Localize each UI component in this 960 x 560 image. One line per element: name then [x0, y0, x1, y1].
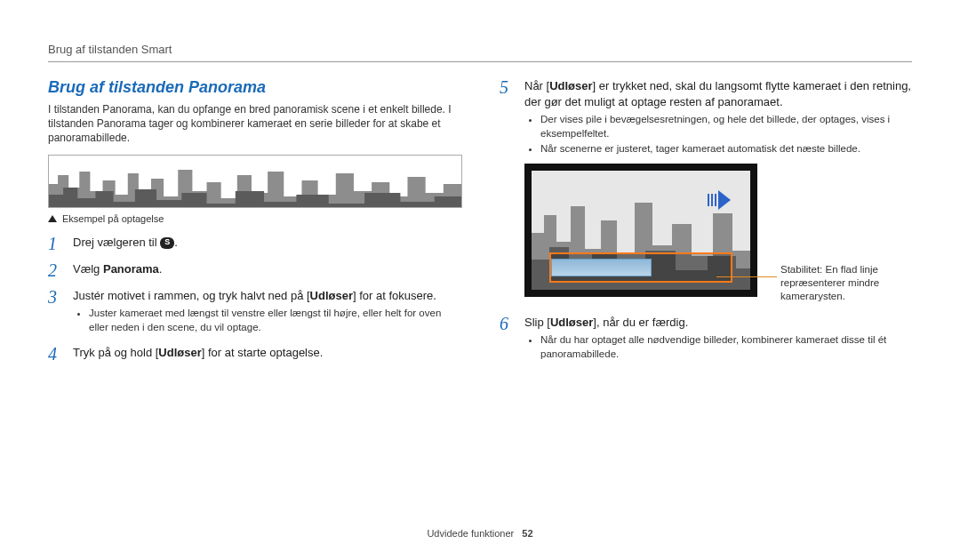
step-text: .: [159, 262, 163, 276]
step-text: Tryk på og hold [: [73, 346, 158, 359]
illustration-caption: Eksempel på optagelse: [48, 213, 460, 224]
caption-text: Eksempel på optagelse: [62, 213, 164, 224]
step-text: .: [174, 236, 178, 249]
steps-list-left: Drej vælgeren til S. Vælg Panorama. Just…: [48, 235, 460, 364]
left-column: Brug af tilstanden Panorama I tilstanden…: [48, 78, 460, 372]
running-header: Brug af tilstanden Smart: [48, 43, 912, 56]
right-column: Når [Udløser] er trykket ned, skal du la…: [500, 78, 912, 372]
steps-list-right: Når [Udløser] er trykket ned, skal du la…: [500, 78, 912, 363]
step-bold: Udløser: [158, 346, 201, 359]
callout-text: Stabilitet: En flad linje repræsenterer …: [780, 263, 923, 303]
page-number: 52: [522, 528, 532, 539]
intro-line: I tilstanden Panorama, kan du opfange en…: [48, 103, 445, 116]
sub-item: Når du har optaget alle nødvendige bille…: [540, 333, 912, 361]
step-6: Slip [Udløser], når du er færdig. Når du…: [500, 315, 912, 364]
screen-inner: [532, 171, 750, 290]
sub-item: Der vises pile i bevægelsesretningen, og…: [540, 113, 912, 140]
skyline-svg: [49, 156, 461, 207]
sub-item: Når scenerne er justeret, tager kameraet…: [540, 142, 912, 156]
panorama-example-image: [48, 155, 462, 208]
panorama-preview-fill: [551, 259, 652, 276]
step-text: Slip [: [524, 316, 550, 329]
step-bold: Udløser: [549, 79, 592, 92]
step-text: ] for at fokusere.: [353, 289, 436, 302]
page-footer: Udvidede funktioner 52: [0, 528, 960, 539]
intro-paragraph: I tilstanden Panorama, kan du opfange en…: [48, 102, 460, 146]
two-column-layout: Brug af tilstanden Panorama I tilstanden…: [48, 78, 912, 372]
panorama-preview-box: [549, 252, 732, 283]
step-1: Drej vælgeren til S.: [48, 235, 460, 252]
step-text: ] for at starte optagelse.: [202, 346, 324, 359]
step-bold: Udløser: [310, 289, 353, 302]
footer-section-label: Udvidede funktioner: [427, 528, 514, 539]
step-bold: Udløser: [550, 316, 593, 329]
step-sublist: Der vises pile i bevægelsesretningen, og…: [524, 113, 912, 156]
header-rule: [48, 61, 912, 62]
callout-leader-line: [716, 276, 777, 278]
step-4: Tryk på og hold [Udløser] for at starte …: [48, 345, 460, 363]
mode-dial-icon: S: [160, 237, 174, 249]
step-text: Drej vælgeren til: [73, 236, 160, 249]
manual-page: Brug af tilstanden Smart Brug af tilstan…: [0, 0, 960, 560]
step-text: Når [: [524, 79, 549, 92]
step-sublist: Når du har optaget alle nødvendige bille…: [524, 333, 912, 361]
step-3: Justér motivet i rammen, og tryk halvt n…: [48, 288, 460, 337]
direction-arrow-icon: [708, 188, 731, 212]
step-5: Når [Udløser] er trykket ned, skal du la…: [500, 78, 912, 306]
sub-item: Juster kameraet med længst til venstre e…: [89, 307, 460, 334]
step-sublist: Juster kameraet med længst til venstre e…: [73, 307, 460, 334]
step-bold: Panorama: [103, 262, 159, 276]
step-text: Justér motivet i rammen, og tryk halvt n…: [73, 289, 310, 302]
section-title: Brug af tilstanden Panorama: [48, 78, 460, 97]
step-text: ], når du er færdig.: [593, 316, 688, 329]
step-2: Vælg Panorama.: [48, 261, 460, 279]
step-text: Vælg: [73, 262, 103, 276]
triangle-up-icon: [48, 215, 57, 222]
